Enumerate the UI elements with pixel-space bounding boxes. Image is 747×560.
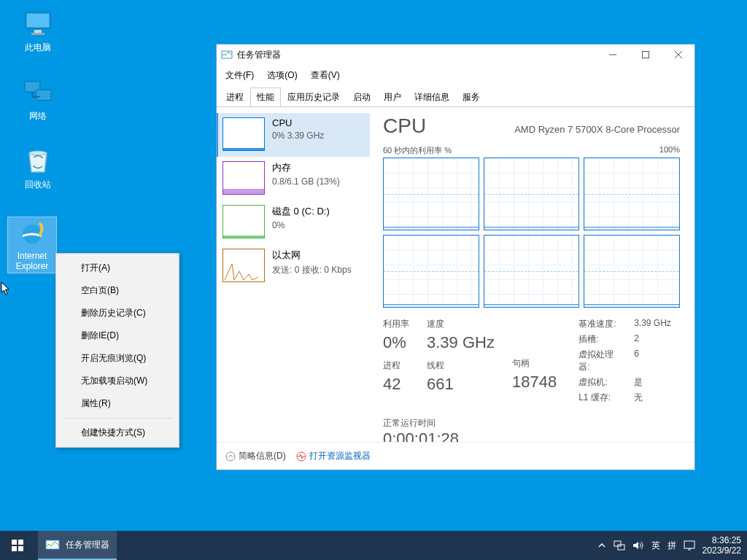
menu-file[interactable]: 文件(F)	[220, 67, 260, 84]
graph-caption-left: 60 秒内的利用率 %	[383, 145, 452, 156]
brief-info-toggle[interactable]: 简略信息(D)	[225, 450, 286, 462]
desktop-icon-internet-explorer[interactable]: Internet Explorer	[7, 217, 57, 273]
maximize-button[interactable]	[629, 44, 662, 65]
task-manager-window: 任务管理器 文件(F) 选项(O) 查看(V) 进程 性能 应用历史记录 启动 …	[216, 44, 695, 470]
perf-sidebar: CPU 0% 3.39 GHz 内存 0.8/6.1 GB (13%) 磁盘 0…	[217, 107, 370, 442]
tab-details[interactable]: 详细信息	[408, 88, 456, 107]
svg-rect-3	[31, 33, 44, 35]
monitor-icon	[23, 9, 53, 39]
sidebar-item-ethernet[interactable]: 以太网 发送: 0 接收: 0 Kbps	[217, 244, 370, 288]
tray-chevron-up-icon[interactable]	[597, 541, 606, 550]
svg-rect-5	[36, 90, 51, 100]
tray-clock[interactable]: 8:36:25 2023/9/22	[703, 535, 741, 556]
menu-view[interactable]: 查看(V)	[305, 67, 346, 84]
brief-info-label: 简略信息(D)	[239, 450, 286, 462]
context-menu: 打开(A) 空白页(B) 删除历史记录(C) 删除IE(D) 开启无痕浏览(Q)…	[55, 253, 179, 448]
tray-ime-lang[interactable]: 英	[651, 540, 660, 552]
cpu-thumb	[222, 117, 265, 151]
minimize-button[interactable]	[596, 44, 629, 65]
svg-rect-1	[27, 14, 49, 27]
ctx-delete-ie[interactable]: 删除IE(D)	[56, 324, 179, 347]
open-resource-monitor[interactable]: 打开资源监视器	[296, 450, 371, 462]
cpu-graphs[interactable]	[383, 158, 680, 308]
menu-options[interactable]: 选项(O)	[261, 67, 303, 84]
svg-rect-12	[12, 540, 17, 545]
sockets-k: 插槽:	[578, 333, 622, 346]
recycle-bin-icon	[23, 147, 53, 176]
ctx-create-shortcut[interactable]: 创建快捷方式(S)	[56, 421, 179, 444]
resource-monitor-icon	[296, 451, 306, 462]
tray-notifications-icon[interactable]	[684, 540, 695, 551]
ctx-blank-page[interactable]: 空白页(B)	[56, 279, 179, 302]
window-footer: 简略信息(D) 打开资源监视器	[217, 442, 694, 470]
cpu-graph-3	[383, 235, 479, 308]
chevron-up-icon	[225, 451, 236, 462]
close-button[interactable]	[662, 44, 694, 65]
ctx-properties[interactable]: 属性(R)	[56, 392, 179, 415]
titlebar[interactable]: 任务管理器	[217, 44, 694, 65]
svg-rect-2	[34, 30, 42, 33]
l1-k: L1 缓存:	[578, 392, 622, 404]
base-speed-k: 基准速度:	[578, 318, 622, 330]
tray-volume-icon[interactable]	[632, 540, 644, 551]
uptime-label: 正常运行时间	[383, 417, 680, 429]
task-manager-icon	[221, 49, 233, 61]
cpu-title: CPU	[383, 114, 426, 138]
thread-value: 661	[427, 375, 495, 394]
speed-value: 3.39 GHz	[427, 333, 495, 352]
ctx-clear-history[interactable]: 删除历史记录(C)	[56, 302, 179, 324]
ctx-no-addons[interactable]: 无加载项启动(W)	[56, 370, 179, 392]
task-manager-icon	[45, 539, 60, 551]
speed-label: 速度	[427, 318, 495, 330]
cpu-graph-2	[584, 158, 680, 230]
vm-v: 是	[634, 376, 643, 389]
sidebar-sub: 0% 3.39 GHz	[272, 131, 324, 141]
tray-network-icon[interactable]	[614, 540, 625, 551]
tabbar: 进程 性能 应用历史记录 启动 用户 详细信息 服务	[217, 86, 694, 107]
tab-services[interactable]: 服务	[456, 88, 487, 107]
tab-processes[interactable]: 进程	[220, 88, 250, 107]
desktop-icon-recycle-bin[interactable]: 回收站	[13, 147, 63, 191]
svg-rect-15	[18, 546, 23, 551]
tab-users[interactable]: 用户	[377, 88, 408, 107]
memory-thumb	[222, 161, 265, 195]
desktop-icon-network[interactable]: 网络	[13, 78, 63, 122]
network-icon	[23, 78, 53, 107]
disk-thumb	[222, 205, 265, 238]
sidebar-sub: 0.8/6.1 GB (13%)	[272, 176, 340, 187]
resource-monitor-label: 打开资源监视器	[309, 450, 371, 462]
desktop-icon-label: 回收站	[13, 179, 63, 191]
vm-k: 虚拟机:	[578, 376, 622, 389]
menubar: 文件(F) 选项(O) 查看(V)	[217, 65, 694, 86]
sidebar-item-memory[interactable]: 内存 0.8/6.1 GB (13%)	[217, 157, 370, 201]
desktop-icon-label: 此电脑	[13, 42, 63, 54]
separator	[62, 418, 173, 419]
sidebar-item-cpu[interactable]: CPU 0% 3.39 GHz	[217, 113, 370, 157]
proc-value: 42	[383, 375, 409, 394]
sidebar-item-disk[interactable]: 磁盘 0 (C: D:) 0%	[217, 201, 370, 244]
cpu-graph-5	[584, 235, 680, 308]
perf-main-panel: CPU AMD Ryzen 7 5700X 8-Core Processor 6…	[370, 107, 694, 442]
sidebar-sub: 发送: 0 接收: 0 Kbps	[272, 264, 352, 276]
desktop-icon-this-pc[interactable]: 此电脑	[13, 9, 63, 54]
taskbar-label: 任务管理器	[66, 539, 109, 551]
tab-startup[interactable]: 启动	[347, 88, 377, 107]
handle-label: 句柄	[512, 357, 557, 370]
cpu-name: AMD Ryzen 7 5700X 8-Core Processor	[514, 124, 680, 135]
taskbar[interactable]: 任务管理器 英 拼 8:36:25 2023/9/22	[0, 531, 747, 560]
ctx-incognito[interactable]: 开启无痕浏览(Q)	[56, 347, 179, 370]
cpu-graph-1	[484, 158, 580, 230]
sockets-v: 2	[634, 333, 639, 346]
ctx-open[interactable]: 打开(A)	[56, 257, 179, 279]
tray-ime-mode[interactable]: 拼	[667, 540, 676, 552]
ie-icon	[18, 219, 47, 248]
start-button[interactable]	[0, 531, 35, 560]
clock-time: 8:36:25	[703, 535, 741, 545]
taskbar-task-manager[interactable]: 任务管理器	[38, 531, 117, 560]
tab-app-history[interactable]: 应用历史记录	[281, 88, 347, 107]
util-value: 0%	[383, 333, 409, 352]
svg-point-6	[29, 151, 47, 155]
clock-date: 2023/9/22	[703, 545, 741, 556]
tab-performance[interactable]: 性能	[250, 88, 281, 107]
sidebar-title: 以太网	[272, 249, 352, 262]
